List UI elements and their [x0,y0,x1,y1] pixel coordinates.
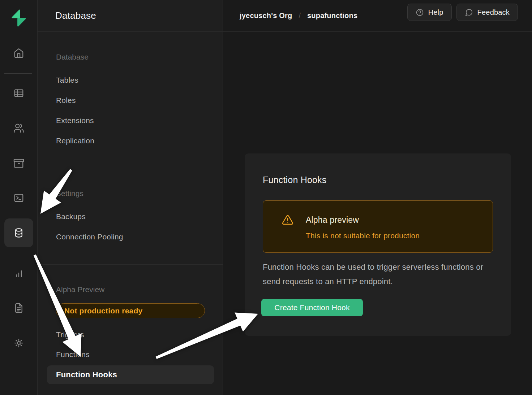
sidebar-item-home[interactable] [10,44,27,62]
home-icon [13,48,24,58]
main-area: jyecusch's Org / supafunctions Help Feed… [223,0,532,395]
table-icon [13,88,24,99]
database-sidebar: Database Database Tables Roles Extension… [38,0,223,395]
section-header-settings: Settings [56,189,83,198]
alert-subtitle: This is not suitable for production [306,231,420,240]
file-text-icon [13,303,24,313]
section-header-database: Database [56,53,89,61]
not-production-ready-badge: Not production ready [56,303,205,318]
sidebar-item-functions[interactable]: Functions [56,350,90,359]
sidebar-item-sql[interactable] [10,189,27,207]
sidebar-item-reports[interactable] [10,265,27,282]
feedback-button[interactable]: Feedback [456,4,518,21]
help-button[interactable]: Help [407,4,452,21]
help-label: Help [428,8,443,17]
section-header-alpha-preview: Alpha Preview [56,285,104,294]
main-header: jyecusch's Org / supafunctions Help Feed… [223,0,532,32]
create-function-hook-button[interactable]: Create Function Hook [261,299,363,316]
sidebar-item-settings[interactable] [10,334,27,352]
sidebar-divider [38,168,223,168]
archive-icon [13,158,24,169]
header-actions: Help Feedback [407,4,518,21]
sidebar-item-database[interactable] [4,218,33,247]
database-icon [13,227,24,238]
sidebar-item-connection-pooling[interactable]: Connection Pooling [56,233,123,241]
rail-divider [4,73,32,74]
sidebar-item-storage[interactable] [10,155,27,172]
alert-title: Alpha preview [306,215,359,225]
breadcrumb-org[interactable]: jyecusch's Org [240,12,292,20]
supabase-logo[interactable] [9,9,28,27]
feedback-label: Feedback [477,8,510,17]
sidebar-divider [38,264,223,265]
sidebar-item-backups[interactable]: Backups [56,212,86,221]
sidebar-item-function-hooks[interactable]: Function Hooks [47,365,214,384]
page-title: Function Hooks [263,175,327,185]
sidebar-title: Database [55,10,96,21]
icon-rail [0,0,38,395]
users-icon [13,123,24,134]
warning-triangle-icon [282,214,293,226]
function-hooks-description: Function Hooks can be used to trigger se… [263,260,489,289]
sidebar-item-tables[interactable]: Tables [56,76,78,84]
sidebar-item-triggers[interactable]: Triggers [56,330,84,339]
sidebar-item-label: Function Hooks [56,370,117,379]
sidebar-item-table-editor[interactable] [10,84,27,102]
supabase-bolt-icon [9,9,28,27]
alpha-preview-alert: Alpha preview This is not suitable for p… [263,200,493,253]
breadcrumb: jyecusch's Org / supafunctions [240,12,357,20]
terminal-icon [13,192,24,203]
chat-bubble-icon [465,8,473,17]
sidebar-item-auth[interactable] [10,120,27,137]
function-hooks-card: Function Hooks Alpha preview This is not… [245,153,511,336]
breadcrumb-project[interactable]: supafunctions [307,12,357,20]
sidebar-item-extensions[interactable]: Extensions [56,116,94,125]
help-circle-icon [416,8,424,17]
sidebar-item-logs[interactable] [10,299,27,317]
sidebar-header: Database [38,0,223,32]
sidebar-item-replication[interactable]: Replication [56,136,94,145]
gear-icon [13,338,24,348]
breadcrumb-separator: / [299,12,301,20]
rail-divider [4,254,32,254]
create-function-hook-label: Create Function Hook [274,303,349,312]
sidebar-item-roles[interactable]: Roles [56,96,76,105]
bar-chart-icon [13,268,24,279]
